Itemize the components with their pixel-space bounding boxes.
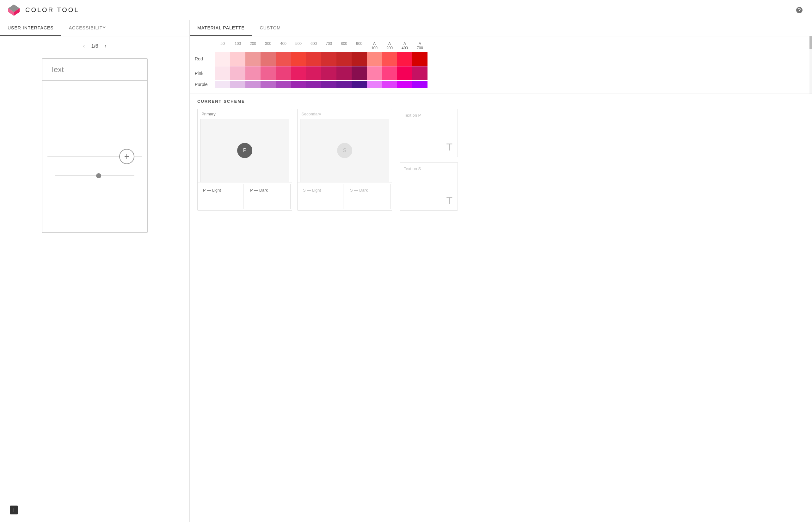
swatch-pink-400[interactable]	[276, 66, 291, 80]
swatch-pink-200[interactable]	[245, 66, 261, 80]
swatch-purple-700[interactable]	[321, 81, 337, 88]
swatch-purple-400[interactable]	[276, 81, 291, 88]
text-on-p-t: T	[446, 141, 452, 153]
slider-container	[55, 176, 135, 176]
prev-page-button[interactable]: ‹	[82, 41, 86, 51]
swatch-purple-300[interactable]	[261, 81, 276, 88]
left-tabs: USER INTERFACES ACCESSIBILITY	[0, 20, 189, 36]
col-a200: A200	[382, 41, 397, 51]
phone-body	[42, 81, 147, 233]
col-50: 50	[215, 41, 230, 51]
swatch-purple-50[interactable]	[215, 81, 230, 88]
text-on-p-label: Text on P	[404, 113, 454, 118]
tab-user-interfaces[interactable]: USER INTERFACES	[0, 20, 61, 36]
palette-row-red: Red	[190, 52, 812, 66]
swatch-red-100[interactable]	[230, 52, 245, 66]
swatch-red-800[interactable]	[337, 52, 352, 66]
swatch-purple-a400[interactable]	[397, 81, 412, 88]
row-label-red: Red	[190, 56, 215, 61]
right-panel: MATERIAL PALETTE CUSTOM 50 100 200 300 4…	[190, 20, 812, 522]
swatch-pink-50[interactable]	[215, 66, 230, 80]
text-on-panel: Text on P T Text on S T	[397, 109, 460, 210]
swatch-red-600[interactable]	[306, 52, 321, 66]
primary-bottom: P — Light P — Dark	[198, 182, 292, 210]
swatch-pink-100[interactable]	[230, 66, 245, 80]
pagination: ‹ 1/6 ›	[77, 36, 113, 56]
swatch-purple-600[interactable]	[306, 81, 321, 88]
scheme-cards: Primary P P — Light P — Dark	[197, 109, 805, 210]
swatch-purple-100[interactable]	[230, 81, 245, 88]
swatch-purple-a700[interactable]	[412, 81, 427, 88]
row-label-pink: Pink	[190, 71, 215, 76]
swatch-pink-a700[interactable]	[412, 66, 427, 80]
secondary-light: S — Light	[299, 184, 343, 209]
scrollbar-thumb[interactable]	[810, 36, 812, 49]
secondary-label: Secondary	[298, 109, 392, 119]
palette-row-purple: Purple	[190, 81, 812, 88]
help-button[interactable]	[794, 5, 805, 15]
secondary-card: Secondary S S — Light S — Dark	[297, 109, 392, 210]
col-a700: A700	[412, 41, 427, 51]
scrollbar[interactable]	[810, 36, 812, 94]
add-button[interactable]	[119, 149, 135, 164]
swatch-pink-800[interactable]	[337, 66, 352, 80]
main-layout: USER INTERFACES ACCESSIBILITY ‹ 1/6 › Te…	[0, 20, 812, 522]
swatch-red-a100[interactable]	[367, 52, 382, 66]
feedback-button[interactable]: !	[10, 505, 18, 515]
swatch-red-500[interactable]	[291, 52, 306, 66]
primary-circle: P	[237, 143, 252, 158]
swatch-pink-900[interactable]	[352, 66, 367, 80]
tab-material-palette[interactable]: MATERIAL PALETTE	[190, 20, 252, 36]
secondary-main: S	[300, 119, 389, 182]
swatch-pink-600[interactable]	[306, 66, 321, 80]
swatch-purple-200[interactable]	[245, 81, 261, 88]
text-on-p-card: Text on P T	[400, 109, 458, 157]
row-label-purple: Purple	[190, 82, 215, 87]
left-panel: USER INTERFACES ACCESSIBILITY ‹ 1/6 › Te…	[0, 20, 190, 522]
swatch-pink-300[interactable]	[261, 66, 276, 80]
col-500: 500	[291, 41, 306, 51]
scheme-title: CURRENT SCHEME	[197, 99, 805, 104]
secondary-circle: S	[337, 143, 352, 158]
swatch-purple-a100[interactable]	[367, 81, 382, 88]
left-content: ‹ 1/6 › Text	[0, 36, 189, 508]
slider-thumb[interactable]	[96, 173, 101, 178]
swatch-purple-a200[interactable]	[382, 81, 397, 88]
tab-accessibility[interactable]: ACCESSIBILITY	[61, 20, 114, 36]
primary-card: Primary P P — Light P — Dark	[197, 109, 292, 210]
swatch-red-400[interactable]	[276, 52, 291, 66]
swatch-red-300[interactable]	[261, 52, 276, 66]
swatch-purple-800[interactable]	[337, 81, 352, 88]
slider-track	[55, 176, 135, 176]
phone-mockup: Text	[42, 58, 148, 233]
swatch-pink-500[interactable]	[291, 66, 306, 80]
col-a100: A100	[367, 41, 382, 51]
p-dark-label: P — Dark	[250, 188, 286, 193]
swatch-red-200[interactable]	[245, 52, 261, 66]
palette-row-pink: Pink	[190, 66, 812, 80]
logo-icon	[7, 4, 20, 17]
swatch-pink-a400[interactable]	[397, 66, 412, 80]
next-page-button[interactable]: ›	[103, 41, 108, 51]
swatch-purple-900[interactable]	[352, 81, 367, 88]
app-title: COLOR TOOL	[25, 6, 79, 14]
swatch-red-900[interactable]	[352, 52, 367, 66]
text-on-s-card: Text on S T	[400, 162, 458, 210]
swatch-pink-a100[interactable]	[367, 66, 382, 80]
swatch-red-a200[interactable]	[382, 52, 397, 66]
col-600: 600	[306, 41, 321, 51]
swatch-purple-500[interactable]	[291, 81, 306, 88]
swatch-red-a400[interactable]	[397, 52, 412, 66]
swatch-red-a700[interactable]	[412, 52, 427, 66]
swatch-red-50[interactable]	[215, 52, 230, 66]
col-900: 900	[352, 41, 367, 51]
primary-dark: P — Dark	[246, 184, 290, 209]
primary-light: P — Light	[199, 184, 243, 209]
swatch-red-700[interactable]	[321, 52, 337, 66]
swatch-pink-700[interactable]	[321, 66, 337, 80]
s-light-label: S — Light	[303, 188, 339, 193]
col-a400: A400	[397, 41, 412, 51]
tab-custom[interactable]: CUSTOM	[252, 20, 288, 36]
swatch-pink-a200[interactable]	[382, 66, 397, 80]
col-700: 700	[321, 41, 337, 51]
